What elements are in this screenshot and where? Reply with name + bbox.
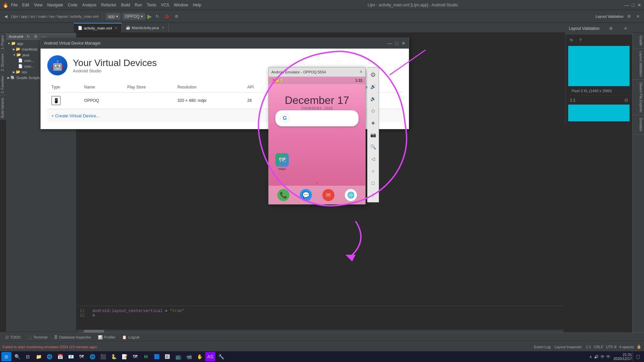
maximize-button[interactable]: □: [632, 2, 635, 8]
layout-inspector-link[interactable]: Layout Inspector: [554, 345, 582, 349]
menu-edit[interactable]: Edit: [22, 3, 29, 7]
app-dropdown[interactable]: app ▾: [106, 13, 120, 20]
zoom-button[interactable]: 🔍: [369, 142, 377, 151]
dock-phone-icon[interactable]: 📞: [277, 189, 289, 201]
sidebar-project[interactable]: 1: Project: [0, 33, 6, 51]
scrollbar-thumb[interactable]: [84, 330, 104, 333]
tab-close-xml[interactable]: ✕: [115, 26, 117, 30]
heidisql-taskbar[interactable]: H: [141, 352, 151, 361]
tab-close-java[interactable]: ✕: [162, 26, 164, 29]
emulator-screen[interactable]: 📍📶🔋 1:31 December 17 THURSDAY, 2020 G 🗺 …: [269, 77, 365, 204]
close-button[interactable]: ✕: [637, 2, 641, 8]
tv-taskbar[interactable]: 📺: [173, 352, 183, 361]
tab-logcat[interactable]: 📋 Logcat: [119, 335, 142, 340]
dock-chrome-icon[interactable]: 🌐: [345, 189, 357, 201]
lv-refresh[interactable]: ↻: [568, 37, 575, 43]
tab-profiler[interactable]: 📊 Profiler: [95, 335, 118, 340]
maps2-taskbar[interactable]: 🗺: [130, 352, 140, 361]
file-explorer-taskbar[interactable]: 📁: [34, 352, 44, 361]
close-panel-btn[interactable]: ✕: [635, 13, 641, 19]
settings-btn-right[interactable]: ⚙: [626, 13, 633, 19]
tab-mainactivity[interactable]: ☕ MainActivity.java ✕: [122, 23, 169, 33]
device-dropdown[interactable]: OPPOQ ▾: [122, 13, 145, 20]
sidebar-structure[interactable]: Z: Structure: [0, 51, 6, 73]
emulator-close[interactable]: ✕: [360, 70, 363, 74]
chrome-taskbar[interactable]: 🌐: [87, 352, 97, 361]
task-view-btn[interactable]: ⊟: [23, 352, 33, 361]
sidebar-device-file-explorer[interactable]: Device File Explorer: [633, 80, 644, 115]
event-log-link[interactable]: Event Log: [534, 345, 551, 349]
lv-fit-btn[interactable]: 1:1: [568, 97, 577, 103]
google-search-widget[interactable]: G: [275, 110, 359, 126]
rotate-button[interactable]: ◇: [369, 106, 377, 115]
expand-systray-icon[interactable]: ∧: [589, 355, 592, 359]
word-taskbar[interactable]: 📝: [119, 352, 129, 361]
run-button[interactable]: ▶: [147, 13, 152, 20]
sync-button[interactable]: ↻: [154, 13, 161, 19]
camera-taskbar[interactable]: 📹: [184, 352, 194, 361]
avd-minimize[interactable]: —: [387, 41, 392, 46]
more-ctrl-button[interactable]: ⋮: [369, 191, 377, 199]
settings-button[interactable]: ⚙: [173, 13, 180, 19]
dock-messages-icon[interactable]: 💬: [300, 189, 312, 201]
klokki-taskbar[interactable]: 🅺: [162, 352, 172, 361]
sidebar-favorites[interactable]: 2: Favorites: [0, 73, 6, 95]
menu-analyze[interactable]: Analyze: [82, 3, 97, 7]
pycharm-taskbar[interactable]: 🐍: [109, 352, 119, 361]
dock-gmail-icon[interactable]: ✉: [322, 189, 334, 201]
lv-settings[interactable]: ⚙: [607, 25, 614, 32]
volume-down-button[interactable]: 🔉: [369, 94, 377, 103]
terminal-taskbar[interactable]: ⬛: [98, 352, 108, 361]
home-nav-button[interactable]: ○: [369, 167, 377, 175]
volume-systray-icon[interactable]: 🔊: [594, 355, 599, 359]
search-taskbar[interactable]: 🔍: [12, 352, 22, 361]
avd-close[interactable]: ✕: [401, 41, 406, 46]
tab-todo[interactable]: ☑ TODO: [3, 335, 23, 340]
avd-restore[interactable]: □: [395, 41, 398, 46]
sidebar-build-variants[interactable]: Build Variants: [0, 95, 6, 120]
volume-up-button[interactable]: 🔊: [369, 82, 377, 91]
lang-systray[interactable]: 中: [606, 354, 610, 359]
studio-taskbar[interactable]: AS: [205, 352, 215, 361]
menu-window[interactable]: Window: [174, 3, 188, 7]
menu-file[interactable]: File: [11, 3, 17, 7]
menu-tools[interactable]: Tools: [147, 3, 156, 7]
menu-code[interactable]: Code: [68, 3, 77, 7]
tab-terminal[interactable]: ⬛ Terminal: [25, 335, 50, 340]
devtools-taskbar[interactable]: 🔧: [216, 352, 226, 361]
vbox-taskbar[interactable]: 🟦: [152, 352, 162, 361]
menu-vcs[interactable]: VCS: [161, 3, 169, 7]
tilt-button[interactable]: ◈: [369, 118, 377, 127]
tab-database-inspector[interactable]: 🗄 Database Inspector: [51, 335, 94, 340]
cursor-taskbar[interactable]: ✋: [195, 352, 205, 361]
menu-refactor[interactable]: Refactor: [101, 3, 116, 7]
back-nav-button[interactable]: ◁: [369, 155, 377, 163]
sidebar-emulator-tab[interactable]: Emulator: [633, 115, 644, 134]
minimize-button[interactable]: —: [625, 2, 629, 8]
system-clock[interactable]: 21:31 2020/12/17: [613, 353, 632, 361]
menu-help[interactable]: Help: [193, 3, 201, 7]
lv-close[interactable]: ✕: [622, 25, 629, 32]
mail-taskbar[interactable]: 📧: [66, 352, 76, 361]
lv-help[interactable]: ?: [578, 37, 583, 43]
gear-project-btn[interactable]: ⚙: [33, 34, 39, 39]
sidebar-layout-validation-tab[interactable]: Layout Validation: [633, 49, 644, 80]
sync-project-btn[interactable]: ↻: [25, 34, 31, 39]
screenshot-button[interactable]: 📷: [369, 130, 377, 139]
edge-browser-taskbar[interactable]: 🌐: [44, 352, 54, 361]
menu-build[interactable]: Build: [121, 3, 130, 7]
maps-taskbar[interactable]: 🗺: [76, 352, 87, 361]
maps-app-icon[interactable]: 🗺 Maps: [275, 153, 289, 171]
sidebar-gradle[interactable]: Gradle: [633, 33, 644, 49]
tab-activity-main[interactable]: 📄 activity_main.xml ✕: [74, 23, 122, 33]
menu-view[interactable]: View: [34, 3, 43, 7]
menu-navigate[interactable]: Navigate: [47, 3, 63, 7]
android-dropdown[interactable]: Android▾: [9, 35, 23, 39]
back-button[interactable]: ◀: [3, 13, 9, 19]
start-button[interactable]: ⊞: [1, 352, 11, 361]
debug-button[interactable]: 🐞: [163, 13, 171, 19]
show-desktop-btn[interactable]: ⎕: [633, 352, 643, 361]
menu-run[interactable]: Run: [135, 3, 142, 7]
create-virtual-device-button[interactable]: + Create Virtual Device...: [51, 113, 100, 118]
recents-nav-button[interactable]: □: [369, 179, 377, 187]
